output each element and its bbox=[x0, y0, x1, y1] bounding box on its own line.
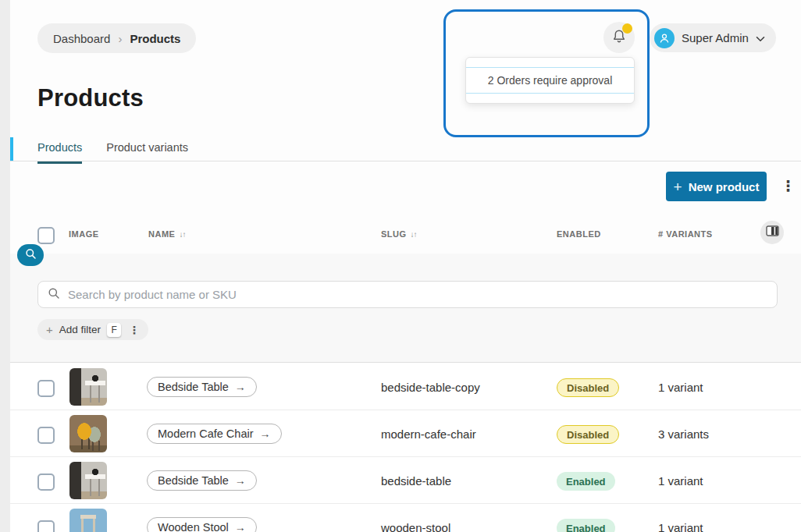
select-all-checkbox[interactable] bbox=[37, 227, 55, 244]
product-slug: wooden-stool bbox=[381, 521, 450, 532]
product-image bbox=[69, 462, 107, 499]
tab-bar: Products Product variants bbox=[37, 141, 188, 164]
status-badge: Enabled bbox=[557, 472, 615, 491]
product-name-link[interactable]: Modern Cafe Chair → bbox=[147, 424, 282, 444]
notification-dot bbox=[622, 23, 632, 34]
user-menu[interactable]: Super Admin bbox=[650, 23, 776, 52]
sidebar-edge bbox=[0, 0, 10, 532]
new-product-label: New product bbox=[689, 180, 760, 193]
variant-count: 1 variant bbox=[658, 521, 703, 532]
column-settings-button[interactable] bbox=[760, 221, 784, 244]
arrow-right-icon: → bbox=[235, 474, 246, 487]
product-name-link[interactable]: Bedside Table → bbox=[147, 377, 257, 397]
product-image bbox=[69, 509, 107, 532]
product-slug: modern-cafe-chair bbox=[381, 427, 476, 441]
chevron-down-icon bbox=[756, 31, 765, 45]
active-nav-accent bbox=[10, 137, 13, 161]
arrow-right-icon: → bbox=[235, 381, 246, 393]
variant-count: 1 variant bbox=[658, 474, 703, 488]
shortcut-key-badge: F bbox=[107, 323, 121, 337]
plus-icon: + bbox=[674, 179, 682, 194]
toolbar-kebab-menu[interactable]: ⋮ bbox=[781, 179, 796, 193]
notification-item[interactable]: 2 Orders require approval bbox=[466, 58, 634, 103]
products-page: Dashboard › Products Super Admin 2 Order… bbox=[0, 0, 801, 532]
add-filter-label: Add filter bbox=[59, 324, 101, 335]
product-slug: bedside-table bbox=[381, 474, 451, 488]
sort-icon[interactable]: ↓↑ bbox=[179, 230, 185, 239]
breadcrumb-separator-icon: › bbox=[118, 32, 122, 45]
table-body: Bedside Table → bedside-table-copy Disab… bbox=[10, 364, 801, 532]
sort-icon[interactable]: ↓↑ bbox=[411, 230, 417, 239]
variant-count: 3 variants bbox=[658, 427, 709, 441]
row-checkbox[interactable] bbox=[37, 473, 55, 491]
notification-dropdown: 2 Orders require approval bbox=[465, 57, 635, 104]
row-checkbox[interactable] bbox=[37, 427, 55, 444]
table-row[interactable]: Bedside Table → bedside-table-copy Disab… bbox=[10, 364, 801, 410]
avatar bbox=[654, 28, 675, 48]
status-badge: Disabled bbox=[557, 425, 619, 444]
search-field[interactable] bbox=[37, 281, 778, 308]
tab-products[interactable]: Products bbox=[37, 141, 82, 164]
tab-product-variants[interactable]: Product variants bbox=[106, 141, 188, 164]
table-row[interactable]: Modern Cafe Chair → modern-cafe-chair Di… bbox=[10, 410, 801, 457]
arrow-right-icon: → bbox=[260, 427, 271, 440]
column-header-slug: SLUG↓↑ bbox=[381, 229, 417, 239]
new-product-button[interactable]: + New product bbox=[666, 172, 767, 201]
filter-panel bbox=[10, 254, 801, 363]
variant-count: 1 variant bbox=[658, 381, 703, 394]
status-badge: Enabled bbox=[557, 519, 615, 532]
breadcrumb-products: Products bbox=[130, 32, 180, 45]
column-header-name: NAME↓↑ bbox=[148, 229, 185, 239]
filter-kebab-menu[interactable]: ⋮ bbox=[129, 325, 140, 335]
column-header-image: IMAGE bbox=[69, 229, 99, 239]
columns-icon bbox=[766, 225, 779, 239]
search-input[interactable] bbox=[66, 287, 767, 302]
row-checkbox[interactable] bbox=[37, 520, 55, 532]
status-badge: Disabled bbox=[557, 378, 619, 397]
page-title: Products bbox=[37, 84, 144, 112]
table-row[interactable]: Wooden Stool → wooden-stool Enabled 1 va… bbox=[10, 504, 801, 532]
user-name: Super Admin bbox=[682, 31, 749, 44]
breadcrumb-dashboard[interactable]: Dashboard bbox=[53, 32, 110, 45]
product-image bbox=[69, 415, 107, 452]
arrow-right-icon: → bbox=[235, 521, 246, 532]
column-header-variants: # VARIANTS bbox=[658, 229, 713, 239]
search-fab-button[interactable] bbox=[17, 244, 44, 266]
plus-icon: + bbox=[46, 323, 53, 336]
row-checkbox[interactable] bbox=[37, 380, 55, 397]
add-filter-button[interactable]: + Add filter F ⋮ bbox=[37, 319, 148, 340]
breadcrumb: Dashboard › Products bbox=[37, 23, 196, 53]
product-name-link[interactable]: Wooden Stool → bbox=[147, 517, 257, 532]
search-icon bbox=[48, 287, 60, 303]
table-row[interactable]: Bedside Table → bedside-table Enabled 1 … bbox=[10, 457, 801, 504]
product-image bbox=[69, 368, 107, 406]
column-header-enabled: ENABLED bbox=[557, 229, 601, 239]
product-name-link[interactable]: Bedside Table → bbox=[147, 470, 257, 491]
product-slug: bedside-table-copy bbox=[381, 381, 480, 394]
search-icon bbox=[25, 248, 37, 263]
